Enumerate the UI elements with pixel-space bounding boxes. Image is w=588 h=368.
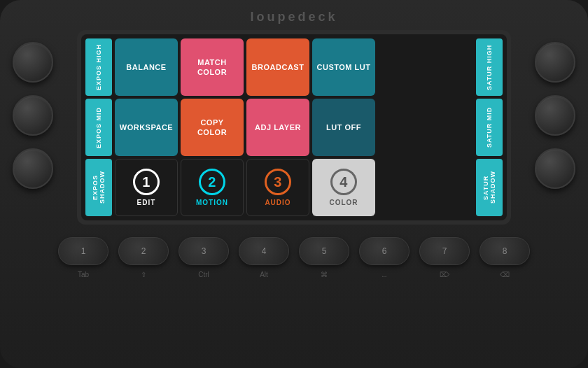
cell-lut-off[interactable]: LUT OFF — [312, 99, 375, 156]
label-satur-mid[interactable]: SATUR MID — [476, 99, 503, 156]
motion-circle: 2 — [199, 169, 225, 195]
btn-6[interactable]: 6 — [359, 237, 410, 265]
btn-1[interactable]: 1 — [58, 237, 108, 265]
knob-left-3[interactable] — [13, 148, 53, 189]
bottom-keys-row: Tab ⇧ Ctrl Alt ⌘ ⎵ ⌦ ⌫ — [58, 271, 530, 278]
knob-left-2[interactable] — [13, 95, 53, 136]
knob-right-3[interactable] — [535, 148, 575, 189]
cell-balance[interactable]: BALANCE — [115, 38, 178, 96]
btn-8[interactable]: 8 — [479, 237, 530, 265]
screen-container: EXPOS HIGH EXPOS MID EXPOS SHADOW BALANC… — [77, 30, 511, 225]
right-knobs — [535, 42, 575, 189]
grid-area: BALANCE MATCH COLOR BROADCAST CUSTOM LUT… — [112, 38, 476, 216]
bottom-buttons-row: 1 2 3 4 5 6 7 8 — [58, 237, 530, 265]
key-del: ⌦ — [419, 271, 470, 278]
knob-left-1[interactable] — [13, 42, 53, 83]
cell-workspace[interactable]: WORKSPACE — [115, 99, 178, 156]
label-expos-shadow[interactable]: EXPOS SHADOW — [85, 159, 112, 216]
key-alt: Alt — [239, 271, 289, 278]
btn-7[interactable]: 7 — [419, 237, 470, 265]
key-back: ⌫ — [479, 271, 530, 278]
knob-right-2[interactable] — [535, 95, 575, 136]
cell-audio[interactable]: 3 AUDIO — [246, 159, 309, 216]
screen: EXPOS HIGH EXPOS MID EXPOS SHADOW BALANC… — [81, 34, 507, 220]
cell-custom-lut[interactable]: CUSTOM LUT — [312, 38, 375, 96]
key-space: ⎵ — [359, 271, 410, 278]
right-labels: SATUR HIGH SATUR MID SATUR SHADOW — [476, 38, 503, 216]
edit-circle: 1 — [133, 169, 160, 195]
key-shift: ⇧ — [118, 271, 169, 278]
key-ctrl: Ctrl — [178, 271, 229, 278]
label-expos-mid[interactable]: EXPOS MID — [85, 99, 112, 156]
cell-copy-color[interactable]: COPY COLOR — [181, 99, 244, 156]
cell-edit[interactable]: 1 EDIT — [115, 159, 178, 216]
label-satur-high[interactable]: SATUR HIGH — [476, 38, 503, 96]
btn-3[interactable]: 3 — [178, 237, 229, 265]
cell-adj-layer[interactable]: ADJ LAYER — [246, 99, 309, 156]
color-circle: 4 — [330, 169, 357, 195]
label-satur-shadow[interactable]: SATUR SHADOW — [476, 159, 503, 216]
color-label: COLOR — [329, 198, 358, 207]
btn-2[interactable]: 2 — [118, 237, 169, 265]
device: loupedeck EXPOS HIGH EXPOS MID EXPOS SHA… — [0, 0, 588, 368]
motion-label: MOTION — [196, 198, 228, 207]
btn-5[interactable]: 5 — [299, 237, 349, 265]
grid-row-1: BALANCE MATCH COLOR BROADCAST CUSTOM LUT — [115, 38, 473, 96]
edit-label: EDIT — [137, 198, 156, 207]
label-expos-high[interactable]: EXPOS HIGH — [85, 38, 112, 96]
grid-row-3: 1 EDIT 2 MOTION 3 AUDIO 4 COLOR — [115, 159, 473, 216]
cell-broadcast[interactable]: BROADCAST — [246, 38, 309, 96]
key-tab: Tab — [58, 271, 108, 278]
audio-label: AUDIO — [265, 198, 290, 207]
logo: loupedeck — [250, 10, 337, 24]
cell-match-color[interactable]: MATCH COLOR — [181, 38, 244, 96]
left-labels: EXPOS HIGH EXPOS MID EXPOS SHADOW — [85, 38, 112, 216]
knob-right-1[interactable] — [535, 42, 575, 83]
cell-motion[interactable]: 2 MOTION — [181, 159, 244, 216]
btn-4[interactable]: 4 — [239, 237, 289, 265]
audio-circle: 3 — [265, 169, 291, 195]
cell-color[interactable]: 4 COLOR — [312, 159, 375, 216]
grid-row-2: WORKSPACE COPY COLOR ADJ LAYER LUT OFF — [115, 99, 473, 156]
left-knobs — [13, 42, 53, 189]
key-cmd: ⌘ — [299, 271, 349, 278]
